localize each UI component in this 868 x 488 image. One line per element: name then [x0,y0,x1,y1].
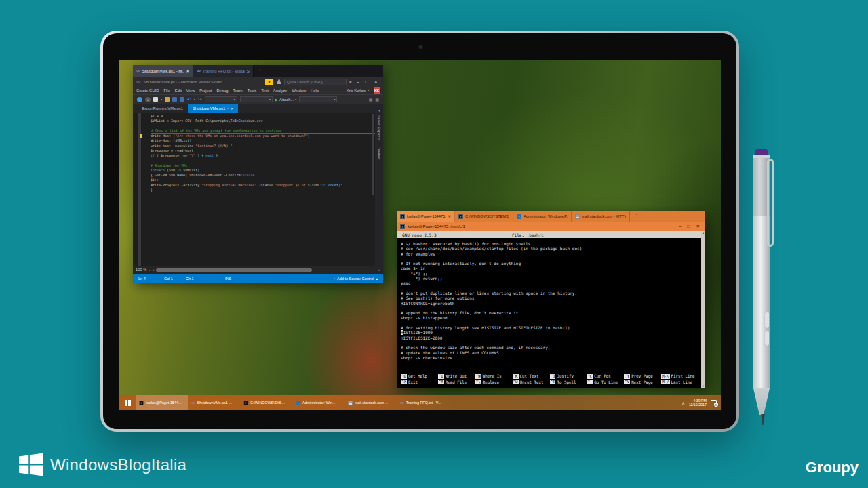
toolbar-combobox[interactable]: ▾ [205,96,237,102]
minimize-button[interactable]: – [679,224,682,229]
taskbar-item[interactable]: ›Administrator: Win... [293,395,344,410]
terminal-scrollbar[interactable]: ▲ ▼ [701,231,705,388]
menu-item-team[interactable]: Team [233,89,242,93]
quick-launch-input[interactable]: Quick Launch (Ctrl+Q) [284,79,347,85]
user-avatar[interactable]: KK [374,87,380,94]
nano-shortcut[interactable]: ^OWrite Out [438,373,475,380]
undo-icon[interactable]: ↶ [187,97,191,102]
feedback-funnel-icon[interactable]: ▼ [265,79,273,85]
nano-shortcut[interactable]: ^\Replace [475,380,513,386]
group-tab[interactable]: ›C:\WINDOWS\SYSTEM32\C... [455,211,513,222]
action-center-icon[interactable]: 1 [711,400,717,405]
maximize-button[interactable]: □ [366,79,368,85]
dropdown-caret-icon[interactable]: ▾ [194,98,195,101]
menu-item-analyze[interactable]: Analyze [273,89,288,93]
maximize-button[interactable]: □ [688,224,690,229]
dropdown-caret-icon[interactable]: ▾ [149,268,150,272]
nano-shortcut[interactable]: ^RRead File [438,380,475,386]
toolbar-combobox[interactable]: ▾ [240,96,273,102]
close-icon[interactable]: ✕ [186,69,189,73]
taskbar-item[interactable]: mail.stardock.com ... [345,395,397,410]
menu-item-project[interactable]: Project [199,89,212,93]
kitty-title-bar: › kwilas@Puget-154475: /mnt/c/1 –□✕ [397,222,705,231]
nano-shortcut[interactable]: ^XExit [401,380,438,386]
search-icon[interactable]: ⌕ [349,79,352,85]
new-file-icon[interactable] [153,97,158,102]
groupy-logo: Groupy [806,459,859,476]
layout-grid-icon[interactable]: ▦ [369,97,373,102]
document-tab[interactable]: ExportRunningVMs.ps1 [137,104,188,113]
start-button[interactable] [119,395,136,410]
toolbar-combobox[interactable]: ▾ [299,96,337,102]
nano-shortcut[interactable]: ^UUncut Text [513,380,550,386]
close-button[interactable]: ✕ [374,79,378,85]
pin-icon[interactable]: ◦ [227,106,229,110]
add-to-source-control-button[interactable]: ↑ Add to Source Control ▴ [333,277,378,281]
group-tab[interactable]: ›kwilas@Puget-154475: ...✕ [397,211,455,222]
group-tab[interactable]: ∞ShutdownVMs.ps1 - Mi...✕ [133,65,193,77]
dropdown-caret-icon[interactable]: ▾ [161,98,162,101]
nano-shortcut[interactable]: ^YPrev Page [624,373,661,380]
overflow-menu-icon[interactable]: ⋮ [254,67,267,75]
nano-shortcut[interactable]: ^GGet Help [401,373,438,380]
code-editor[interactable]: $i = 0$VMList = Import-CSV -Path C:\pscr… [133,113,383,266]
zoom-level[interactable]: 100 % [136,268,146,272]
scroll-up-icon[interactable]: ▲ [702,231,705,235]
nano-shortcut[interactable]: M-\First Line [661,373,698,380]
open-file-icon[interactable] [165,97,170,102]
menu-item-file[interactable]: File [164,89,170,93]
menu-item-debug[interactable]: Debug [216,89,228,93]
overflow-menu-icon[interactable]: ⋮ [630,212,643,220]
navigate-back-icon[interactable]: ‹ [137,97,142,102]
nano-shortcut[interactable]: ^TTo Spell [550,380,587,386]
scroll-down-icon[interactable]: ▼ [702,384,705,388]
group-tab[interactable]: ∞Training RFQ.txt - Visual St... [193,65,254,77]
menu-item-window[interactable]: Window [292,89,306,93]
brand-text: WindowsBlogItalia [50,455,186,474]
scroll-left-icon[interactable]: ◂ [152,268,154,272]
menu-item-create-guid[interactable]: Create GUID [136,89,159,93]
scroll-right-icon[interactable]: ▸ [378,268,380,272]
console-icon: › [139,401,144,405]
attach-button[interactable]: ▶ Attach... ▾ [275,98,297,102]
group-tab[interactable]: mail.stardock.com - KITTY [572,211,630,222]
signed-in-user[interactable]: Kris Kwilas▾ [347,89,369,93]
nano-shortcut[interactable]: ^WWhere Is [475,373,513,380]
nano-shortcut[interactable]: M-/Last Line [661,380,698,386]
menu-item-edit[interactable]: Edit [175,89,182,93]
taskbar-clock[interactable]: 4:39 PM 11/10/2017 [689,399,707,407]
show-hidden-icons-chevron[interactable]: ∧ [682,401,684,405]
nano-shortcut[interactable]: ^VNext Page [624,380,661,386]
menu-item-tools[interactable]: Tools [248,89,257,93]
nano-shortcut[interactable]: ^CCur Pos [587,373,624,380]
taskbar-item[interactable]: ›kwilas@Puget-1544... [136,395,188,410]
document-tab[interactable]: ShutdownVMs.ps1◦✕ [188,104,238,113]
save-icon[interactable] [172,97,177,102]
close-button[interactable]: ✕ [696,224,700,229]
menu-item-help[interactable]: Help [311,89,319,93]
group-tab[interactable]: ›Administrator: Windows P... [513,211,572,222]
navigate-forward-icon[interactable]: › [145,97,151,102]
shortcut-label: First Line [671,374,695,378]
nano-shortcut[interactable]: ^JJustify [550,373,587,380]
side-tab-server-explorer[interactable]: Server Explorer [377,115,381,140]
menu-item-test[interactable]: Test [261,89,269,93]
close-icon[interactable]: ✕ [231,106,233,110]
code-line: Write-Host ($VMList) [151,138,371,143]
layout-grid-icon[interactable]: ▦ [375,97,379,102]
minimize-button[interactable]: – [357,79,359,85]
menu-item-view[interactable]: View [186,89,195,93]
taskbar-item[interactable]: ∞ShutdownVMs.ps1 ... [189,395,240,410]
save-all-icon[interactable] [180,97,184,102]
vertical-scrollbar[interactable] [372,114,374,195]
taskbar-item[interactable]: ›C:\WINDOWS\SYS... [241,395,292,410]
side-tab-toolbox[interactable]: Toolbox [377,147,381,160]
person-icon[interactable] [276,79,281,85]
horizontal-scrollbar[interactable] [156,268,312,272]
nano-shortcut[interactable]: ^_Go To Line [587,380,624,386]
taskbar-item[interactable]: ∞Training RFQ.txt - V... [397,395,449,410]
redo-icon[interactable]: ↷ [198,97,202,102]
close-icon[interactable]: ✕ [448,214,451,218]
nano-shortcut[interactable]: ^KCut Text [513,373,550,380]
terminal-body[interactable]: # ~/.bashrc: executed by bash(1) for non… [397,238,705,373]
